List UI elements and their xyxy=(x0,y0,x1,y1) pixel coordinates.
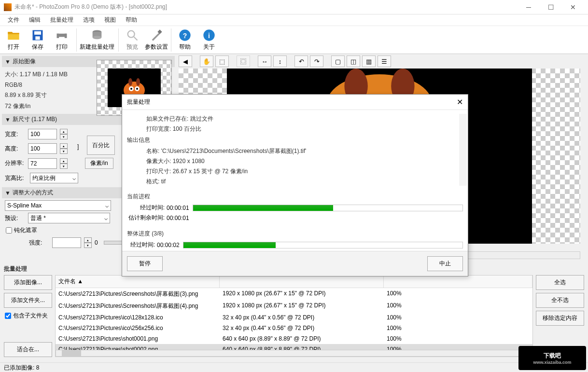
strength-spinner[interactable]: ▴▾ xyxy=(84,237,92,248)
window-title: 未命名* - PhotoZoom Pro 8.0 (Demo 版本) - [sh… xyxy=(14,3,518,11)
table-row[interactable]: C:\Users\27213\Pictures\shot0001.png640 … xyxy=(56,333,532,344)
table-row[interactable]: C:\Users\27213\Pictures\ico\256x256.ico3… xyxy=(56,323,532,333)
marquee-tool[interactable]: ⬚ xyxy=(215,55,229,67)
select-all-button[interactable]: 全选 xyxy=(536,275,584,290)
preview-toolbar: ◀ ✋ ⬚ ⿴ ↔ ↕ ↶ ↷ ▢ ◫ ▥ ☰ xyxy=(177,54,588,69)
tool-print[interactable]: 打印 xyxy=(50,28,73,53)
col-pct[interactable] xyxy=(384,276,532,288)
remain-label: 估计剩余时间: xyxy=(127,214,165,222)
out-format: 格式: tif xyxy=(127,177,463,187)
layout-1-button[interactable]: ▢ xyxy=(331,55,345,67)
method-select[interactable]: S-Spline Max⌵ xyxy=(5,200,111,211)
width-input[interactable] xyxy=(28,129,57,139)
table-row[interactable]: C:\Users\27213\Pictures\ico\128x128.ico3… xyxy=(56,312,532,323)
menu-help[interactable]: 帮助 xyxy=(121,14,142,26)
deselect-all-button[interactable]: 全不选 xyxy=(536,293,584,308)
remove-selected-button[interactable]: 移除选定内容 xyxy=(536,311,584,326)
dialog-title: 批量处理 xyxy=(127,98,150,106)
height-input[interactable] xyxy=(28,143,57,154)
app-icon xyxy=(4,3,12,11)
about-icon: i xyxy=(202,28,216,42)
toolbar: 打开 保存 打印 新建批量处理 预览 参数设置 ? 帮助 i 关于 xyxy=(0,26,588,54)
open-icon xyxy=(7,28,20,42)
batch-scrollbar-h[interactable] xyxy=(56,350,532,357)
svg-rect-4 xyxy=(59,30,65,34)
add-image-button[interactable]: 添加图像... xyxy=(4,275,52,290)
layout-4-button[interactable]: ☰ xyxy=(378,55,391,67)
watermark: 下载吧 www.xiazaiba.com xyxy=(518,346,586,370)
flip-v-button[interactable]: ↕ xyxy=(273,55,287,67)
height-spinner[interactable]: ▴▾ xyxy=(60,143,68,154)
svg-line-10 xyxy=(134,37,138,41)
col-filename[interactable]: 文件名 ▲ xyxy=(56,276,220,288)
unit-pix-button[interactable]: 像素/in xyxy=(85,158,113,169)
maximize-button[interactable]: ☐ xyxy=(540,0,562,14)
tool-preview[interactable]: 预览 xyxy=(121,28,144,53)
include-sub-checkbox[interactable] xyxy=(5,313,11,319)
cur-header: 当前进程 xyxy=(127,191,463,203)
res-input[interactable] xyxy=(28,158,57,169)
batch-progress-dialog: 批量处理 ✕ 如果文件已存在: 跳过文件 打印宽度: 100 百分比 输出信息 … xyxy=(122,94,468,276)
strength-label: 强度: xyxy=(29,239,49,247)
svg-point-22 xyxy=(136,88,138,90)
strength-slider[interactable] xyxy=(104,241,123,245)
tool-about[interactable]: i 关于 xyxy=(197,28,221,53)
rotate-left-button[interactable]: ↶ xyxy=(294,55,308,67)
pause-button[interactable]: 暂停 xyxy=(127,256,163,271)
include-sub-row[interactable]: 包含子文件夹 xyxy=(4,311,52,321)
tool-help[interactable]: ? 帮助 xyxy=(173,28,196,53)
abort-button[interactable]: 中止 xyxy=(427,256,463,271)
dialog-close-button[interactable]: ✕ xyxy=(457,97,463,107)
svg-point-23 xyxy=(128,78,132,86)
svg-text:?: ? xyxy=(183,32,187,40)
titlebar: 未命名* - PhotoZoom Pro 8.0 (Demo 版本) - [sh… xyxy=(0,0,588,14)
overall-header: 整体进度 (3/8) xyxy=(127,228,463,240)
svg-point-8 xyxy=(93,36,102,39)
rotate-right-button[interactable]: ↷ xyxy=(310,55,323,67)
col-size[interactable] xyxy=(220,276,384,288)
preset-select[interactable]: 普通 *⌵ xyxy=(28,213,110,223)
tool-save[interactable]: 保存 xyxy=(26,28,49,53)
menu-batch[interactable]: 批量处理 xyxy=(45,14,78,26)
batch-file-list: 文件名 ▲ C:\Users\27213\Pictures\Screenshot… xyxy=(55,275,533,357)
menu-view[interactable]: 视图 xyxy=(99,14,121,26)
width-spinner[interactable]: ▴▾ xyxy=(60,129,68,139)
fit-button[interactable]: 适合在... xyxy=(4,342,52,357)
layout-2-button[interactable]: ◫ xyxy=(347,55,360,67)
tool-settings[interactable]: 参数设置 xyxy=(145,28,168,53)
menubar: 文件 编辑 批量处理 选项 视图 帮助 xyxy=(0,14,588,26)
layout-3-button[interactable]: ▥ xyxy=(362,55,376,67)
menu-options[interactable]: 选项 xyxy=(78,14,99,26)
tool-open[interactable]: 打开 xyxy=(2,28,25,53)
flip-h-button[interactable]: ↔ xyxy=(258,55,271,67)
table-row[interactable]: C:\Users\27213\Pictures\Screenshots\屏幕截图… xyxy=(56,288,532,300)
aspect-select[interactable]: 约束比例⌵ xyxy=(30,173,78,183)
help-icon: ? xyxy=(178,28,192,42)
hand-tool[interactable]: ✋ xyxy=(200,55,213,67)
crop-tool[interactable]: ⿴ xyxy=(237,55,250,67)
menu-edit[interactable]: 编辑 xyxy=(24,14,45,26)
elapsed-time: 00:00:01 xyxy=(167,205,191,211)
sharpen-checkbox[interactable] xyxy=(6,227,12,234)
nav-back-button[interactable]: ◀ xyxy=(179,55,192,67)
add-folder-button[interactable]: 添加文件夹... xyxy=(4,293,52,308)
minimize-button[interactable]: ─ xyxy=(518,0,540,14)
preset-label: 预设: xyxy=(5,214,25,222)
menu-file[interactable]: 文件 xyxy=(3,14,24,26)
elapsed-label: 经过时间: xyxy=(127,204,165,212)
tool-new-batch[interactable]: 新建批量处理 xyxy=(79,28,115,53)
unit-percent-button[interactable]: 百分比 xyxy=(87,136,115,155)
res-label: 分辨率: xyxy=(5,159,25,167)
aspect-label: 宽高比: xyxy=(5,174,27,182)
table-row[interactable]: C:\Users\27213\Pictures\Screenshots\屏幕截图… xyxy=(56,300,532,312)
strength-input[interactable] xyxy=(52,237,81,248)
dialog-scrollbar-v[interactable] xyxy=(459,114,467,186)
sharpen-label: 钝化遮罩 xyxy=(14,226,37,234)
close-button[interactable]: ✕ xyxy=(562,0,584,14)
status-text: 已添加图像: 8 xyxy=(4,364,39,371)
settings-icon xyxy=(150,28,163,42)
chevron-down-icon: ⌵ xyxy=(72,175,76,181)
res-spinner[interactable]: ▴▾ xyxy=(60,158,68,169)
table-row[interactable]: C:\Users\27213\Pictures\shot0002.png640 … xyxy=(56,344,532,350)
batch-icon xyxy=(90,28,104,42)
